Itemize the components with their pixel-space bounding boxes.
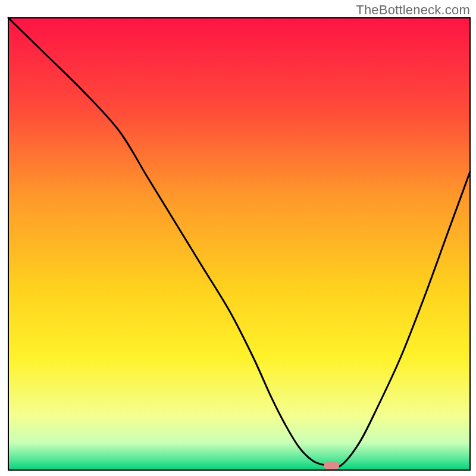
bottleneck-chart xyxy=(0,0,476,476)
optimal-marker xyxy=(324,462,339,469)
chart-container: TheBottleneck.com xyxy=(0,0,476,476)
watermark-text: TheBottleneck.com xyxy=(356,2,470,18)
